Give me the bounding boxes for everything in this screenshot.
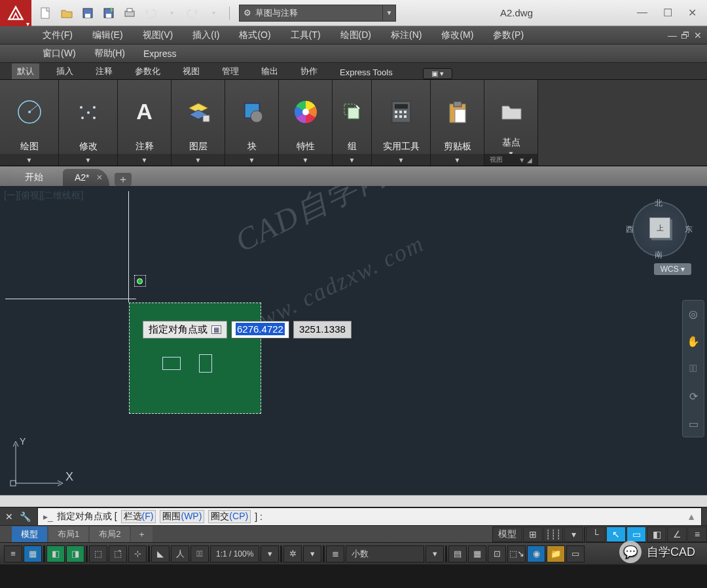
sb-selection-icon[interactable]: ⬚↘ (507, 545, 526, 562)
sb-ruler-icon[interactable]: ≣ (326, 545, 344, 562)
tab-view[interactable]: 视图 (177, 64, 205, 79)
menu-file[interactable]: 文件(F) (43, 29, 73, 41)
sb-scale-drop[interactable]: ▾ (261, 545, 279, 562)
menu-help[interactable]: 帮助(H) (94, 48, 125, 60)
menu-express[interactable]: Express (143, 48, 177, 59)
sb-menu-icon[interactable]: ≡ (4, 545, 22, 562)
sb-grid-toggle[interactable]: ▦ (24, 545, 42, 562)
panel-base[interactable]: 基点 ▼ 视图▼ ◢ (484, 80, 538, 166)
scrollbar-horizontal[interactable] (0, 495, 707, 507)
panel-properties[interactable]: 特性 ▼ (279, 80, 333, 166)
tab-default[interactable]: 默认 (12, 64, 39, 79)
nav-wheel-icon[interactable]: ◎ (689, 306, 698, 322)
cmd-close-icon[interactable]: ✕ (5, 511, 13, 522)
osnap-icon[interactable]: ▭ (626, 526, 646, 542)
panel-utilities[interactable]: 实用工具 ▼ (372, 80, 431, 166)
menu-draw[interactable]: 绘图(D) (340, 29, 371, 41)
open-icon[interactable] (59, 5, 75, 21)
qat-dropdown2-icon[interactable]: ▾ (206, 5, 221, 21)
menu-view[interactable]: 视图(V) (143, 29, 173, 41)
menu-tools[interactable]: 工具(T) (291, 29, 321, 41)
command-input[interactable]: ▸_ 指定对角点或 [ 栏选(F) 圈围(WP) 圈交(CP) ] : ▲ (37, 507, 702, 526)
undo-icon[interactable] (143, 5, 158, 21)
sb-precision[interactable]: 小数 (346, 545, 424, 562)
polar-icon[interactable]: ↖ (606, 526, 626, 542)
ortho-icon[interactable]: └ (586, 526, 606, 542)
sb-hardware-icon[interactable]: ◉ (527, 545, 545, 562)
sb-scale[interactable]: 1:1 / 100% (210, 545, 259, 562)
close-icon[interactable]: ✕ (688, 7, 697, 19)
sb-3dosnap-toggle[interactable]: 人̲ (190, 545, 209, 562)
status-model[interactable]: 模型 (492, 526, 522, 542)
sb-iso-toggle[interactable]: ◣ (151, 545, 170, 562)
sb-isolate-icon[interactable]: 📁 (547, 545, 565, 562)
3dosnap-icon[interactable]: ◧ (647, 526, 666, 542)
menu-modify[interactable]: 修改(M) (441, 29, 473, 41)
sb-quickprop-icon[interactable]: ▤ (448, 545, 467, 562)
drawing-viewport[interactable]: [一][俯视][二维线框] CAD自学网 www. cadzxw. com 指定… (0, 186, 707, 495)
tab-collaborate[interactable]: 协作 (295, 64, 323, 79)
sb-dynamic-toggle[interactable]: ⬚ (89, 545, 107, 562)
grid-icon[interactable]: ⊞ (523, 526, 543, 542)
panel-modify[interactable]: 修改 ▼ (59, 80, 118, 166)
redo-icon[interactable] (185, 5, 200, 21)
viewport-label[interactable]: [一][俯视][二维线框] (4, 190, 83, 202)
tab-model[interactable]: 模型 (12, 526, 47, 542)
tab-output[interactable]: 输出 (256, 64, 283, 79)
sb-ortho-toggle[interactable]: ⬚̂ (109, 545, 127, 562)
sb-snap-toggle[interactable]: ◧ (46, 545, 65, 562)
sb-drop2[interactable]: ▾ (303, 545, 321, 562)
sb-gear-icon[interactable]: ✲ (283, 545, 302, 562)
panel-draw[interactable]: 绘图 ▼ (0, 80, 59, 166)
viewcube[interactable]: 上 北 南 东 西 (630, 199, 689, 258)
panel-layers[interactable]: 图层 ▼ (172, 80, 225, 166)
orbit-icon[interactable]: ⟳ (689, 388, 698, 404)
workspace-selector[interactable]: ⚙ 草图与注释 (239, 5, 383, 22)
sb-drop3[interactable]: ▾ (426, 545, 444, 562)
sb-osnap-toggle[interactable]: 人 (171, 545, 189, 562)
panel-clipboard[interactable]: 剪贴板 ▼ (431, 80, 484, 166)
sb-clean-icon[interactable]: ▭ (566, 545, 585, 562)
new-icon[interactable] (38, 5, 54, 21)
sb-infer-toggle[interactable]: ◨ (66, 545, 84, 562)
featured-apps-icon[interactable]: ▣ ▾ (423, 68, 452, 79)
panel-annotation[interactable]: A 注释 ▼ (118, 80, 172, 166)
sb-units-icon[interactable]: ⊡ (488, 545, 506, 562)
snap-icon[interactable]: ┊┊┊ (543, 526, 563, 542)
otrack-icon[interactable]: ∠ (667, 526, 687, 542)
showmotion-icon[interactable]: ▭ (689, 416, 698, 432)
tab-express-tools[interactable]: Express Tools (335, 65, 398, 79)
app-menu-button[interactable] (0, 0, 31, 26)
toggle1-icon[interactable]: ▾ (564, 526, 583, 542)
prompt-dropdown-icon[interactable]: ▦ (211, 325, 221, 334)
menu-parametric[interactable]: 参数(P) (493, 29, 524, 41)
sb-polar-toggle[interactable]: ⊹ (128, 545, 147, 562)
menu-dimension[interactable]: 标注(N) (391, 29, 422, 41)
menu-edit[interactable]: 编辑(E) (92, 29, 123, 41)
add-layout-button[interactable]: ＋ (131, 526, 153, 542)
plot-icon[interactable] (122, 5, 137, 21)
minimize-icon[interactable]: — (637, 7, 647, 19)
tab-insert[interactable]: 插入 (51, 64, 79, 79)
mdi-restore-icon[interactable]: 🗗 (681, 30, 690, 41)
tab-parametric[interactable]: 参数化 (130, 64, 166, 79)
tab-layout1[interactable]: 布局1 (48, 526, 88, 542)
panel-group[interactable]: 组 ▼ (333, 80, 372, 166)
mdi-minimize-icon[interactable]: — (668, 30, 677, 41)
panel-block[interactable]: 块 ▼ (225, 80, 279, 166)
coord-x-input[interactable]: 6276.4722 (231, 321, 289, 339)
menu-window[interactable]: 窗口(W) (43, 48, 76, 60)
lineweight-icon[interactable]: ≡ (687, 526, 707, 542)
coord-y-input[interactable]: 3251.1338 (293, 321, 352, 339)
add-tab-button[interactable]: ＋ (115, 173, 132, 186)
close-tab-icon[interactable]: ✕ (96, 173, 103, 182)
tab-annotate[interactable]: 注释 (90, 64, 118, 79)
wcs-badge[interactable]: WCS ▾ (654, 263, 691, 275)
workspace-dropdown-icon[interactable]: ▼ (383, 5, 396, 22)
tab-start[interactable]: 开始 (13, 169, 63, 186)
saveas-icon[interactable] (101, 5, 117, 21)
mdi-close-icon[interactable]: ✕ (694, 30, 702, 41)
maximize-icon[interactable]: ☐ (663, 7, 672, 19)
tab-manage[interactable]: 管理 (217, 64, 244, 79)
pan-icon[interactable]: ✋ (687, 333, 700, 349)
